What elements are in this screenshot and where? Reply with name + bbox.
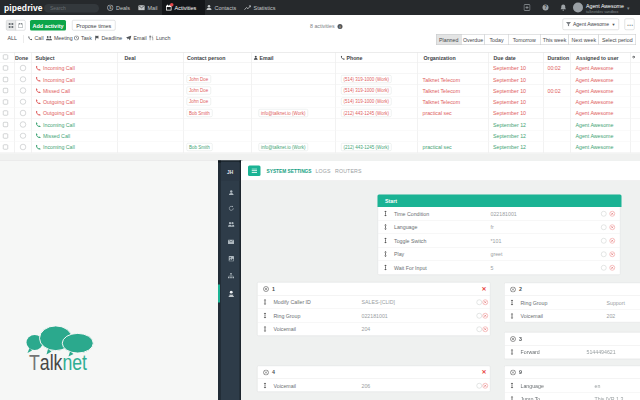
svg-text:$: $ [109,5,112,10]
svg-text:Talknet: Talknet [29,351,87,375]
svg-text:?: ? [544,5,547,10]
